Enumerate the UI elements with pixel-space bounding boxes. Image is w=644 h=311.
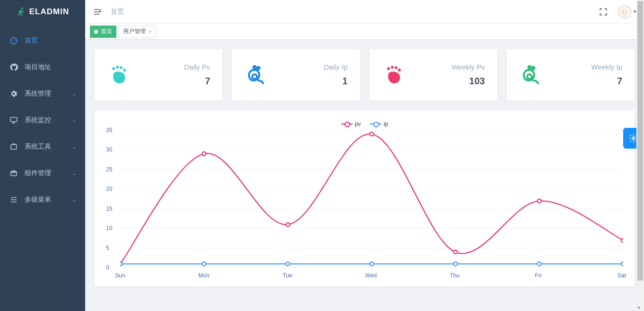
sidebar-item-gear[interactable]: 系统管理⌄ xyxy=(0,80,85,107)
hamburger-icon[interactable] xyxy=(93,7,102,17)
x-tick: Fri xyxy=(535,272,541,279)
svg-point-17 xyxy=(395,66,397,69)
spiral-icon xyxy=(244,63,267,86)
sidebar-item-label: 多级菜单 xyxy=(25,195,51,204)
data-point[interactable] xyxy=(286,222,290,226)
y-tick: 10 xyxy=(106,225,112,231)
sidebar-item-label: 系统管理 xyxy=(25,89,51,98)
svg-rect-3 xyxy=(11,145,17,150)
avatar-icon xyxy=(618,6,631,18)
legend-pv[interactable]: pv xyxy=(341,121,361,127)
stat-value: 7 xyxy=(184,76,210,87)
sidebar-item-list[interactable]: 多级菜单⌄ xyxy=(0,187,85,213)
chevron-down-icon: ⌄ xyxy=(72,170,77,177)
data-point[interactable] xyxy=(538,199,541,203)
sidebar-item-tools[interactable]: 系统工具⌄ xyxy=(0,133,85,160)
svg-point-22 xyxy=(632,137,635,140)
data-point[interactable] xyxy=(454,250,458,254)
monitor-icon xyxy=(9,116,18,124)
svg-point-20 xyxy=(532,67,534,69)
x-tick: Wed xyxy=(365,272,377,279)
chevron-down-icon: ⌄ xyxy=(72,196,77,203)
svg-point-15 xyxy=(387,67,390,70)
data-point[interactable] xyxy=(286,262,290,266)
stat-card-weekly-ip[interactable]: Weekly Ip7 xyxy=(507,49,635,100)
fullscreen-icon[interactable] xyxy=(599,7,608,17)
svg-point-21 xyxy=(527,74,532,79)
y-tick: 25 xyxy=(106,166,112,173)
svg-point-8 xyxy=(112,67,115,70)
stat-card-daily-ip[interactable]: Daily Ip1 xyxy=(232,49,360,100)
data-point[interactable] xyxy=(454,262,458,266)
svg-point-16 xyxy=(391,66,394,69)
main-area: 首页 ▾ 首页用户管理× Daily Pv7Daily Ip1Weekly Pv… xyxy=(85,0,644,311)
data-point[interactable] xyxy=(621,262,623,266)
data-point[interactable] xyxy=(202,262,206,266)
chart: 05101520253035SunMonTueWedThuFriSat xyxy=(106,130,623,277)
dashboard-icon xyxy=(9,36,18,45)
svg-point-0 xyxy=(21,8,23,9)
svg-point-19 xyxy=(528,66,530,68)
chart-svg xyxy=(120,130,623,268)
x-tick: Tue xyxy=(282,272,292,279)
sidebar-item-monitor[interactable]: 系统监控⌄ xyxy=(0,107,85,133)
brand-text: ELADMIN xyxy=(29,7,69,17)
breadcrumb: 首页 xyxy=(111,8,124,16)
tab-label: 用户管理 xyxy=(123,27,146,36)
stat-value: 7 xyxy=(591,76,622,87)
y-tick: 30 xyxy=(106,146,112,153)
svg-point-5 xyxy=(619,6,630,17)
foot-icon xyxy=(107,63,130,86)
avatar xyxy=(618,5,632,19)
list-icon xyxy=(9,195,18,204)
data-point[interactable] xyxy=(538,262,541,266)
data-point[interactable] xyxy=(120,262,122,266)
stat-cards: Daily Pv7Daily Ip1Weekly Pv103Weekly Ip7 xyxy=(95,49,635,100)
svg-point-6 xyxy=(623,11,624,12)
svg-point-13 xyxy=(257,67,260,69)
sidebar-item-component[interactable]: 组件管理⌄ xyxy=(0,160,85,187)
x-tick: Sat xyxy=(618,272,626,279)
stat-value: 1 xyxy=(324,76,347,87)
stat-label: Weekly Pv xyxy=(451,63,485,71)
sidebar-item-label: 系统工具 xyxy=(25,142,51,151)
svg-point-10 xyxy=(120,66,123,69)
y-tick: 5 xyxy=(106,245,109,251)
stat-card-weekly-pv[interactable]: Weekly Pv103 xyxy=(370,49,497,100)
tabs-bar: 首页用户管理× xyxy=(85,24,644,40)
data-point[interactable] xyxy=(202,152,206,156)
data-point[interactable] xyxy=(621,239,623,242)
close-icon[interactable]: × xyxy=(149,28,152,35)
vertical-scrollbar[interactable]: ▴ ▾ xyxy=(636,0,644,311)
chart-card: pv ip 05101520253035SunMonTueWedThuFriSa… xyxy=(95,110,635,286)
scrollbar-thumb[interactable] xyxy=(637,1,643,281)
spiral-icon xyxy=(519,63,542,86)
sidebar-item-label: 项目地址 xyxy=(25,63,51,71)
github-icon xyxy=(9,63,18,71)
sidebar-item-label: 组件管理 xyxy=(25,169,51,178)
stat-card-daily-pv[interactable]: Daily Pv7 xyxy=(95,49,222,100)
stat-value: 103 xyxy=(451,76,485,87)
chevron-down-icon: ⌄ xyxy=(72,117,77,124)
sidebar-item-dashboard[interactable]: 首页 xyxy=(0,27,85,54)
data-point[interactable] xyxy=(370,262,373,266)
foot-icon xyxy=(382,63,405,86)
tab-首页[interactable]: 首页 xyxy=(90,26,116,38)
svg-rect-4 xyxy=(11,171,17,176)
y-tick: 0 xyxy=(106,264,109,271)
chevron-down-icon: ⌄ xyxy=(72,143,77,150)
legend-ip[interactable]: ip xyxy=(370,121,388,127)
sidebar-menu: 首页项目地址系统管理⌄系统监控⌄系统工具⌄组件管理⌄多级菜单⌄ xyxy=(0,24,85,213)
sidebar-item-github[interactable]: 项目地址 xyxy=(0,54,85,80)
sidebar-item-label: 首页 xyxy=(25,36,38,45)
brand-logo: ELADMIN xyxy=(0,0,85,24)
svg-point-12 xyxy=(254,66,256,68)
scroll-down-icon[interactable]: ▾ xyxy=(638,305,640,310)
y-tick: 20 xyxy=(106,186,112,192)
stat-label: Daily Pv xyxy=(184,63,210,71)
tab-用户管理[interactable]: 用户管理× xyxy=(119,26,156,38)
stat-label: Weekly Ip xyxy=(591,63,622,71)
user-menu[interactable]: ▾ xyxy=(618,5,636,19)
y-tick: 35 xyxy=(106,127,112,133)
data-point[interactable] xyxy=(370,132,373,136)
